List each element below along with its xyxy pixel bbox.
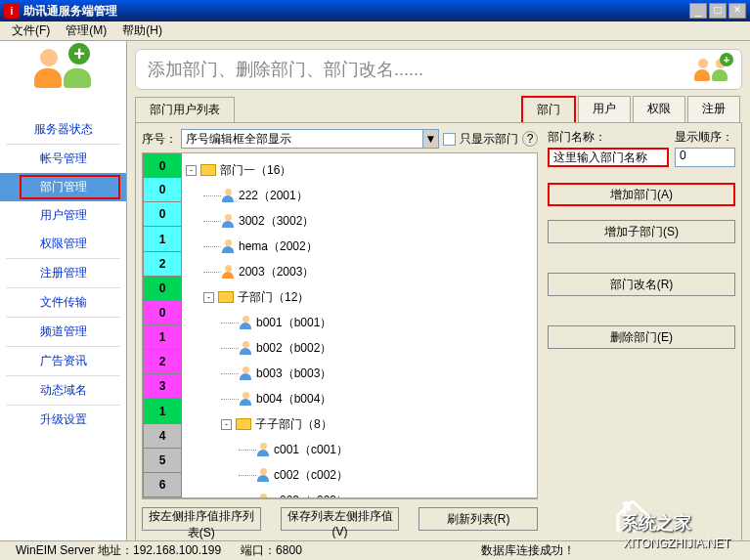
header-avatars-icon: + xyxy=(694,59,729,81)
tree-label: 2003（2003） xyxy=(239,264,314,280)
num-cell[interactable]: 0 xyxy=(143,202,182,227)
expander-icon[interactable]: - xyxy=(221,419,232,430)
user-icon xyxy=(256,443,270,456)
add-subdept-button[interactable]: 增加子部门(S) xyxy=(548,220,735,243)
main-area: + 服务器状态帐号管理部门管理用户管理权限管理注册管理文件传输频道管理广告资讯动… xyxy=(0,41,750,545)
sequence-row: 序号： 序号编辑框全部显示 ▼ 只显示部门 ? xyxy=(142,129,538,149)
close-button[interactable]: × xyxy=(728,3,746,19)
tree-label: b004（b004） xyxy=(256,391,331,408)
folder-icon xyxy=(200,164,216,176)
tree-row[interactable]: b004（b004） xyxy=(182,386,537,411)
tree-row[interactable]: b002（b002） xyxy=(182,335,537,361)
num-cell[interactable]: 1 xyxy=(143,325,182,350)
tree-row[interactable]: 3002（3002） xyxy=(182,208,537,234)
menu-file[interactable]: 文件(F) xyxy=(4,21,58,41)
menubar: 文件(F) 管理(M) 帮助(H) xyxy=(0,22,750,41)
expander-icon[interactable]: - xyxy=(203,292,214,303)
tree-label: c001（c001） xyxy=(274,442,348,458)
only-dept-checkbox[interactable] xyxy=(443,133,456,146)
sort-button[interactable]: 按左侧排序值排序列表(S) xyxy=(142,507,261,531)
user-icon xyxy=(221,265,235,279)
tab-right-1[interactable]: 用户 xyxy=(578,96,631,122)
sidebar-item-9[interactable]: 动态域名 xyxy=(0,376,126,405)
header-band: 添加部门、删除部门、部门改名...... + xyxy=(135,49,742,90)
status-address: WinEIM Server 地址：192.168.100.199 xyxy=(6,542,231,559)
tree-label: c003（c003） xyxy=(274,493,348,498)
maximize-button[interactable]: □ xyxy=(709,3,727,19)
num-cell[interactable]: 0 xyxy=(143,153,182,178)
tree-row[interactable]: c002（c002） xyxy=(182,462,537,488)
chevron-down-icon[interactable]: ▼ xyxy=(422,130,438,148)
refresh-button[interactable]: 刷新列表(R) xyxy=(419,507,538,531)
tab-dept-user-list[interactable]: 部门用户列表 xyxy=(135,97,235,122)
num-cell[interactable]: 0 xyxy=(143,178,182,202)
tree-row[interactable]: -部门一（16） xyxy=(182,157,537,183)
num-cell[interactable]: 4 xyxy=(143,424,182,449)
tabs-row: 部门用户列表 部门用户权限注册 xyxy=(135,96,742,122)
order-input[interactable]: 0 xyxy=(675,148,735,167)
sidebar-item-0[interactable]: 服务器状态 xyxy=(0,115,126,144)
bottom-buttons: 按左侧排序值排序列表(S) 保存列表左侧排序值(V) 刷新列表(R) xyxy=(142,498,538,538)
sidebar-item-5[interactable]: 注册管理 xyxy=(0,259,126,287)
sidebar: + 服务器状态帐号管理部门管理用户管理权限管理注册管理文件传输频道管理广告资讯动… xyxy=(0,41,127,545)
sidebar-item-6[interactable]: 文件传输 xyxy=(0,288,126,317)
tree-row[interactable]: b001（b001） xyxy=(182,310,537,335)
tree-row[interactable]: -子子部门（8） xyxy=(182,411,537,437)
rename-dept-button[interactable]: 部门改名(R) xyxy=(548,273,735,296)
num-col: 00012001231456 xyxy=(143,153,182,497)
tree-row[interactable]: -子部门（12） xyxy=(182,284,537,310)
user-icon xyxy=(239,341,252,355)
tree-row[interactable]: 2003（2003） xyxy=(182,259,537,284)
tab-right-0[interactable]: 部门 xyxy=(521,96,576,122)
user-icon xyxy=(239,316,252,329)
sidebar-avatar-group: + xyxy=(0,49,126,108)
num-cell[interactable]: 5 xyxy=(143,449,182,473)
tree-row[interactable]: c001（c001） xyxy=(182,437,537,462)
minimize-button[interactable]: _ xyxy=(689,3,707,19)
num-cell[interactable]: 1 xyxy=(143,399,182,423)
sidebar-item-10[interactable]: 升级设置 xyxy=(0,406,126,434)
num-cell[interactable]: 3 xyxy=(143,374,182,399)
dept-name-label: 部门名称： xyxy=(548,129,669,146)
left-column: 序号： 序号编辑框全部显示 ▼ 只显示部门 ? 00012001231456 -… xyxy=(142,129,538,538)
user-icon xyxy=(239,366,252,380)
dept-name-input[interactable]: 这里输入部门名称 xyxy=(548,148,669,167)
watermark-url: XITONGZHIJIA.NET xyxy=(623,537,730,550)
folder-icon xyxy=(218,291,234,303)
sidebar-item-1[interactable]: 帐号管理 xyxy=(0,145,126,173)
tree-row[interactable]: hema（2002） xyxy=(182,234,537,259)
tree-label: b001（b001） xyxy=(256,315,331,331)
num-cell[interactable]: 2 xyxy=(143,252,182,277)
save-button[interactable]: 保存列表左侧排序值(V) xyxy=(281,507,400,531)
menu-help[interactable]: 帮助(H) xyxy=(114,21,170,41)
sidebar-item-7[interactable]: 频道管理 xyxy=(0,318,126,346)
tree-label: 222（2001） xyxy=(239,188,308,204)
num-cell[interactable]: 0 xyxy=(143,301,182,325)
tree[interactable]: -部门一（16）222（2001）3002（3002）hema（2002）200… xyxy=(182,153,537,497)
num-cell[interactable]: 0 xyxy=(143,277,182,301)
num-cell[interactable]: 1 xyxy=(143,227,182,251)
help-icon[interactable]: ? xyxy=(522,131,538,147)
sidebar-item-4[interactable]: 权限管理 xyxy=(0,230,126,258)
user-icon xyxy=(256,494,270,497)
sequence-combo[interactable]: 序号编辑框全部显示 ▼ xyxy=(181,129,439,149)
tab-right-3[interactable]: 注册 xyxy=(687,96,740,122)
delete-dept-button[interactable]: 删除部门(E) xyxy=(548,325,735,349)
titlebar: i 助讯通服务端管理 _ □ × xyxy=(0,0,750,22)
sidebar-item-8[interactable]: 广告资讯 xyxy=(0,347,126,375)
header-plus-icon: + xyxy=(720,53,733,66)
add-dept-button[interactable]: 增加部门(A) xyxy=(548,183,735,206)
watermark-brand: 系统之家 xyxy=(621,511,691,535)
order-label: 显示顺序： xyxy=(675,129,735,146)
sidebar-item-3[interactable]: 用户管理 xyxy=(0,201,126,230)
num-cell[interactable]: 6 xyxy=(143,473,182,497)
tree-row[interactable]: b003（b003） xyxy=(182,361,537,386)
tree-row[interactable]: c003（c003） xyxy=(182,488,537,497)
tree-row[interactable]: 222（2001） xyxy=(182,183,537,208)
expander-icon[interactable]: - xyxy=(186,165,197,176)
num-cell[interactable]: 2 xyxy=(143,350,182,374)
user-icon xyxy=(239,392,252,406)
sidebar-item-2[interactable]: 部门管理 xyxy=(0,173,126,201)
menu-manage[interactable]: 管理(M) xyxy=(58,21,114,41)
tab-right-2[interactable]: 权限 xyxy=(633,96,685,122)
